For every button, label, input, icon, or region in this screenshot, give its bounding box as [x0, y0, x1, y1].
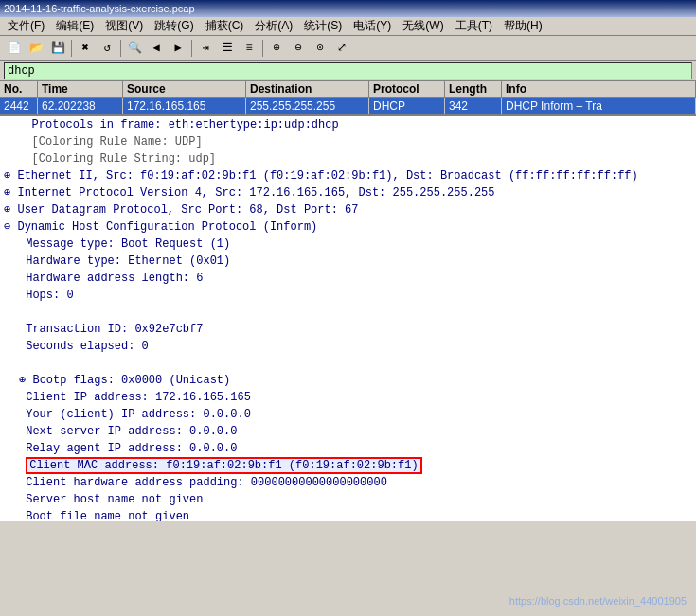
menu-statistics[interactable]: 统计(S): [298, 16, 348, 36]
col-length[interactable]: Length: [445, 81, 502, 97]
open-btn[interactable]: 📂: [26, 38, 46, 59]
ipv4-section[interactable]: Internet Protocol Version 4, Src: 172.16…: [0, 185, 696, 202]
toolbar: 📄 📂 💾 ✖ ↺ 🔍 ◀ ▶ ⇥ ☰ ≡ ⊕ ⊖ ⊙ ⤢: [0, 36, 696, 61]
hw-addr-padding: Client hardware address padding: 0000000…: [15, 474, 696, 491]
packet-row-2442[interactable]: 2442 62.202238 172.16.165.165 255.255.25…: [0, 98, 696, 114]
client-mac-line: Client MAC address: f0:19:af:02:9b:f1 (f…: [15, 457, 696, 474]
hw-addr-len: Hardware address length: 6: [15, 270, 696, 287]
col-destination[interactable]: Destination: [246, 81, 369, 97]
cell-length: 342: [445, 98, 502, 114]
relay-agent-ip: Relay agent IP address: 0.0.0.0: [15, 440, 696, 457]
client-mac-highlight: Client MAC address: f0:19:af:02:9b:f1 (f…: [26, 457, 421, 474]
menu-view[interactable]: 视图(V): [99, 16, 149, 36]
packet-list-header: No. Time Source Destination Protocol Len…: [0, 81, 696, 98]
menu-wireless[interactable]: 无线(W): [397, 16, 449, 36]
find-btn[interactable]: 🔍: [124, 38, 145, 59]
toolbar-sep3: [191, 40, 192, 57]
menu-help[interactable]: 帮助(H): [498, 16, 548, 36]
menu-bar: 文件(F) 编辑(E) 视图(V) 跳转(G) 捕获(C) 分析(A) 统计(S…: [0, 17, 696, 36]
title-bar: 2014-11-16-traffic-analysis-exercise.pca…: [0, 0, 696, 17]
bootp-flags[interactable]: Bootp flags: 0x0000 (Unicast): [15, 372, 696, 389]
menu-analyze[interactable]: 分析(A): [249, 16, 298, 36]
list2-btn[interactable]: ≡: [239, 38, 259, 59]
dhcp-section[interactable]: Dynamic Host Configuration Protocol (Inf…: [0, 219, 696, 236]
zoom-in-btn[interactable]: ⊕: [266, 38, 287, 59]
proto-line-1: Protocols in frame: eth:ethertype:ip:udp…: [8, 116, 696, 133]
cell-protocol: DHCP: [369, 98, 445, 114]
forward-btn[interactable]: ▶: [168, 38, 188, 59]
client-ip: Client IP address: 172.16.165.165: [15, 389, 696, 406]
col-time[interactable]: Time: [38, 81, 123, 97]
cell-source: 172.16.165.165: [123, 98, 246, 114]
detail-pane: Protocols in frame: eth:ethertype:ip:udp…: [0, 114, 696, 521]
resize-btn[interactable]: ⤢: [331, 38, 352, 59]
cell-time: 62.202238: [38, 98, 123, 114]
menu-tools[interactable]: 工具(T): [450, 16, 498, 36]
udp-section[interactable]: User Datagram Protocol, Src Port: 68, Ds…: [0, 202, 696, 219]
reload-btn[interactable]: ↺: [97, 38, 117, 59]
seconds: Seconds elapsed: 0: [15, 338, 696, 355]
zoom-out-btn[interactable]: ⊖: [288, 38, 309, 59]
jump-btn[interactable]: ⇥: [195, 38, 216, 59]
col-source[interactable]: Source: [123, 81, 246, 97]
menu-capture[interactable]: 捕获(C): [200, 16, 250, 36]
menu-file[interactable]: 文件(F): [2, 16, 50, 36]
toolbar-sep2: [120, 40, 121, 57]
toolbar-sep4: [262, 40, 263, 57]
filter-bar: [0, 61, 696, 81]
watermark: https://blog.csdn.net/weixin_44001905: [509, 595, 687, 607]
coloring-line-2: [Coloring Rule String: udp]: [8, 150, 696, 167]
menu-edit[interactable]: 编辑(E): [50, 16, 99, 36]
list-btn[interactable]: ☰: [217, 38, 238, 59]
col-protocol[interactable]: Protocol: [369, 81, 445, 97]
your-ip: Your (client) IP address: 0.0.0.0: [15, 406, 696, 423]
empty2: [15, 355, 696, 372]
msg-type: Message type: Boot Request (1): [15, 236, 696, 253]
zoom-reset-btn[interactable]: ⊙: [310, 38, 330, 59]
boot-file: Boot file name not given: [15, 508, 696, 521]
save-btn[interactable]: 💾: [47, 38, 68, 59]
cell-no: 2442: [0, 98, 38, 114]
hw-type: Hardware type: Ethernet (0x01): [15, 253, 696, 270]
dhcp-fields: Message type: Boot Request (1) Hardware …: [0, 236, 696, 521]
hops: Hops: 0: [15, 287, 696, 304]
close-btn[interactable]: ✖: [75, 38, 96, 59]
back-btn[interactable]: ◀: [146, 38, 167, 59]
menu-goto[interactable]: 跳转(G): [149, 16, 199, 36]
toolbar-sep1: [71, 40, 72, 57]
ethernet-section[interactable]: Ethernet II, Src: f0:19:af:02:9b:f1 (f0:…: [0, 167, 696, 185]
next-server-ip: Next server IP address: 0.0.0.0: [15, 423, 696, 440]
filter-input[interactable]: [4, 62, 692, 79]
title-text: 2014-11-16-traffic-analysis-exercise.pca…: [4, 3, 195, 14]
new-btn[interactable]: 📄: [4, 38, 25, 59]
cell-destination: 255.255.255.255: [246, 98, 369, 114]
empty1: [15, 304, 696, 321]
menu-phone[interactable]: 电话(Y): [348, 16, 397, 36]
cell-info: DHCP Inform – Tra: [502, 98, 696, 114]
transaction-id: Transaction ID: 0x92e7cbf7: [15, 321, 696, 338]
col-no[interactable]: No.: [0, 81, 38, 97]
coloring-line-1: [Coloring Rule Name: UDP]: [8, 133, 696, 150]
server-host: Server host name not given: [15, 491, 696, 508]
col-info[interactable]: Info: [502, 81, 696, 97]
